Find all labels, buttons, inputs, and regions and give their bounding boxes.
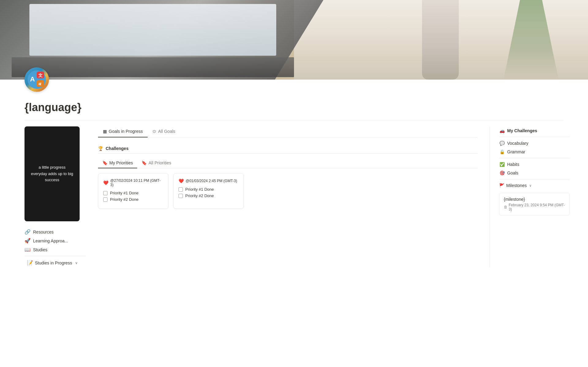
priority-card-2: ❤️ @01/03/2024 2:45 PM (GMT-3) Priority … — [173, 173, 244, 209]
challenges-label: Challenges — [106, 146, 129, 151]
sidebar-item-label: Studies in Progress — [35, 260, 72, 265]
page-title: {language} — [24, 101, 564, 114]
tab-label: My Priorities — [109, 160, 133, 165]
title-divider — [24, 120, 564, 120]
check-icon: ✅ — [499, 162, 505, 167]
page-icon-area: A 文 अ — [0, 67, 588, 92]
sidebar-item-label: Vocabulary — [507, 141, 528, 146]
card-item-label-2-1: Priority #1 Done — [185, 187, 214, 192]
sidebar-item-resources[interactable]: 🔗 Resources — [24, 227, 86, 236]
my-priorities-tab-icon: 🔖 — [102, 160, 107, 165]
target-icon: 🎯 — [499, 170, 505, 175]
tab-goals-in-progress[interactable]: ▦ Goals in Progress — [98, 126, 148, 137]
sidebar-item-studies-progress[interactable]: 📝 Studies in Progress ∨ — [24, 258, 86, 268]
svg-text:文: 文 — [38, 73, 43, 78]
heart-icon-1: ❤️ — [103, 180, 108, 185]
sidebar-item-label: Resources — [33, 230, 54, 234]
sidebar-item-studies[interactable]: 📖 Studies — [24, 245, 86, 254]
goals-tabs: ▦ Goals in Progress ⊙ All Goals — [98, 126, 477, 137]
left-divider — [24, 256, 86, 256]
milestone-date-text: February 23, 2024 9:54 PM (GMT-3) — [509, 203, 565, 212]
tab-my-priorities[interactable]: 🔖 My Priorities — [98, 159, 137, 168]
priorities-tabs: 🔖 My Priorities 🔖 All Priorities — [98, 159, 477, 168]
right-divider-1 — [499, 137, 570, 137]
svg-text:अ: अ — [38, 82, 41, 86]
sidebar-item-label: Habits — [507, 162, 519, 167]
tab-label: Goals in Progress — [109, 129, 143, 134]
heart-icon-2: ❤️ — [179, 178, 184, 183]
flag-icon: 🚩 — [499, 183, 504, 188]
sidebar-vocabulary[interactable]: 💬 Vocabulary — [499, 139, 570, 148]
tab-label: All Priorities — [149, 160, 171, 165]
checkbox-1-2[interactable] — [103, 197, 107, 202]
challenges-section-header: 🏆 Challenges — [98, 144, 477, 154]
right-divider-2 — [499, 158, 570, 158]
card-item-2-2[interactable]: Priority #2 Done — [179, 193, 239, 198]
left-links: 🔗 Resources 🚀 Learning Approa... 📖 Studi… — [24, 227, 86, 268]
right-divider-3 — [499, 179, 570, 179]
page-icon: A 文 अ — [24, 67, 49, 92]
sidebar-item-label: Grammar — [507, 149, 525, 154]
card-item-1-2[interactable]: Priority #2 Done — [103, 197, 163, 202]
priority-cards-row: ❤️ @27/02/2024 10:11 PM (GMT-3) Priority… — [98, 173, 477, 209]
sidebar-goals[interactable]: 🎯 Goals — [499, 169, 570, 177]
sidebar-item-label: Learning Approa... — [33, 238, 68, 243]
left-column: a little progress everyday adds up to bi… — [24, 126, 86, 268]
book-icon: 📖 — [24, 247, 31, 253]
tab-all-goals[interactable]: ⊙ All Goals — [148, 126, 180, 137]
calendar-icon: 🗓 — [504, 205, 507, 209]
milestone-title: {milestone} — [504, 197, 565, 202]
card-item-1-1[interactable]: Priority #1 Done — [103, 191, 163, 195]
card-date-text-2: @01/03/2024 2:45 PM (GMT-3) — [186, 179, 237, 183]
sidebar-item-label: Studies — [33, 247, 47, 252]
page-wrapper: a little progress everyday adds up to bi… — [0, 126, 588, 280]
center-column: ▦ Goals in Progress ⊙ All Goals 🏆 Challe… — [98, 126, 490, 268]
quote-text: a little progress everyday adds up to bi… — [31, 164, 74, 183]
car-icon: 🚗 — [499, 128, 505, 133]
sidebar-item-learning[interactable]: 🚀 Learning Approa... — [24, 236, 86, 245]
sidebar-grammar[interactable]: 🔒 Grammar — [499, 148, 570, 156]
svg-text:A: A — [30, 75, 35, 83]
sidebar-habits[interactable]: ✅ Habits — [499, 160, 570, 169]
checkbox-2-1[interactable] — [179, 187, 183, 192]
all-priorities-tab-icon: 🔖 — [141, 160, 147, 165]
card-date-1: ❤️ @27/02/2024 10:11 PM (GMT-3) — [103, 178, 163, 187]
checkbox-1-1[interactable] — [103, 191, 107, 195]
milestones-label: Milestones — [506, 183, 527, 188]
lock-icon: 🔒 — [499, 149, 505, 154]
milestones-chevron: ∨ — [529, 184, 532, 188]
studies-progress-icon: 📝 — [27, 260, 33, 266]
card-date-text-1: @27/02/2024 10:11 PM (GMT-3) — [110, 178, 163, 187]
card-item-label-1-2: Priority #2 Done — [110, 197, 138, 202]
sidebar-my-challenges[interactable]: 🚗 My Challenges — [499, 126, 570, 135]
tab-all-priorities[interactable]: 🔖 All Priorities — [137, 159, 175, 168]
right-sidebar: 🚗 My Challenges 💬 Vocabulary 🔒 Grammar ✅… — [490, 126, 570, 268]
priority-card-1: ❤️ @27/02/2024 10:11 PM (GMT-3) Priority… — [98, 173, 168, 209]
tab-label: All Goals — [158, 129, 175, 134]
trophy-icon: 🏆 — [98, 146, 103, 151]
chevron-down-icon: ∨ — [75, 261, 78, 265]
page-title-area: {language} — [0, 92, 588, 120]
chat-icon: 💬 — [499, 141, 505, 146]
all-goals-tab-icon: ⊙ — [153, 129, 156, 134]
rocket-icon: 🚀 — [24, 238, 31, 244]
checkbox-2-2[interactable] — [179, 194, 183, 198]
card-item-2-1[interactable]: Priority #1 Done — [179, 187, 239, 192]
goals-progress-tab-icon: ▦ — [103, 129, 107, 134]
card-item-label-2-2: Priority #2 Done — [185, 193, 214, 198]
card-date-2: ❤️ @01/03/2024 2:45 PM (GMT-3) — [179, 178, 239, 183]
milestone-date: 🗓 February 23, 2024 9:54 PM (GMT-3) — [504, 203, 565, 212]
sidebar-item-label: Goals — [507, 170, 518, 175]
milestone-card: {milestone} 🗓 February 23, 2024 9:54 PM … — [499, 193, 570, 215]
quote-card: a little progress everyday adds up to bi… — [24, 126, 80, 221]
milestones-section[interactable]: 🚩 Milestones ∨ — [499, 181, 570, 190]
card-item-label-1-1: Priority #1 Done — [110, 191, 138, 195]
link-icon: 🔗 — [24, 229, 31, 235]
my-challenges-label: My Challenges — [507, 128, 537, 133]
